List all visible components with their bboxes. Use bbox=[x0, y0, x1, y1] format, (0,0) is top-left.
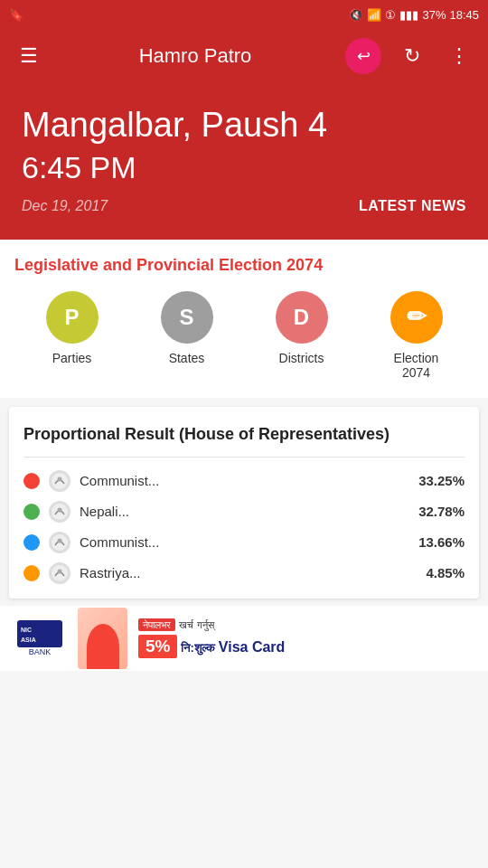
sim-icon: ① bbox=[385, 8, 396, 22]
ad-free-text: नि:शुल्क bbox=[181, 641, 214, 656]
election-section: Legislative and Provincial Election 2074… bbox=[0, 240, 488, 398]
refresh-button[interactable]: ↻ bbox=[396, 44, 428, 68]
districts-label: Districts bbox=[279, 351, 324, 365]
party-icon-2 bbox=[49, 532, 70, 553]
ad-logo: NIC ASIA BANK bbox=[13, 620, 67, 656]
result-title: Proportional Result (House of Representa… bbox=[23, 425, 465, 444]
election-title: Legislative and Provincial Election 2074 bbox=[14, 256, 474, 275]
svg-text:NIC: NIC bbox=[21, 627, 32, 633]
election-item-states[interactable]: S States bbox=[151, 291, 223, 365]
more-button[interactable]: ⋮ bbox=[443, 44, 475, 68]
result-row-2: Communist... 13.66% bbox=[23, 532, 465, 553]
parties-label: Parties bbox=[52, 351, 92, 365]
party-dot-1 bbox=[23, 504, 40, 520]
back-button[interactable]: ↩ bbox=[345, 38, 381, 74]
ad-person-image bbox=[78, 608, 127, 669]
status-bar: 🔖 🔇 📶 ① ▮▮▮ 37% 18:45 bbox=[0, 0, 488, 29]
svg-point-1 bbox=[58, 476, 62, 481]
result-row-1: Nepali... 32.78% bbox=[23, 501, 465, 523]
party-name-0: Communist... bbox=[80, 473, 409, 488]
ad-offer-suffix: खर्च गर्नुस् bbox=[179, 619, 213, 630]
result-list: Communist... 33.25% Nepali... 32.78% Com… bbox=[23, 470, 465, 584]
party-name-1: Nepali... bbox=[80, 504, 409, 519]
parties-circle: P bbox=[46, 291, 99, 344]
svg-rect-8 bbox=[17, 620, 62, 647]
ad-offer-text: 5% bbox=[138, 635, 177, 658]
party-percent-2: 13.66% bbox=[418, 534, 465, 550]
status-bar-left: 🔖 bbox=[9, 8, 23, 22]
ad-offer-prefix: नेपालभर bbox=[138, 618, 175, 631]
current-time: 6:45 PM bbox=[22, 150, 466, 185]
result-row-3: Rastriya... 4.85% bbox=[23, 562, 465, 584]
election2074-letter: ✏ bbox=[407, 303, 427, 331]
ad-logo-label: BANK bbox=[29, 647, 52, 656]
app-title: Hamro Patro bbox=[60, 44, 331, 68]
party-percent-0: 33.25% bbox=[418, 473, 465, 488]
party-icon-1 bbox=[49, 501, 70, 523]
election2074-label: Election 2074 bbox=[380, 351, 453, 380]
svg-point-7 bbox=[58, 569, 62, 573]
election-icons: P Parties S States D Districts ✏ Electio… bbox=[14, 291, 474, 380]
parties-letter: P bbox=[64, 305, 79, 330]
bookmark-icon: 🔖 bbox=[9, 8, 23, 22]
party-percent-3: 4.85% bbox=[426, 565, 465, 580]
party-icon-0 bbox=[49, 470, 70, 492]
result-row-0: Communist... 33.25% bbox=[23, 470, 465, 492]
party-icon-3 bbox=[49, 562, 70, 584]
party-dot-0 bbox=[23, 473, 40, 489]
states-label: States bbox=[169, 351, 205, 365]
battery-percent: 37% bbox=[422, 8, 446, 22]
app-bar: ☰ Hamro Patro ↩ ↻ ⋮ bbox=[0, 29, 488, 83]
party-dot-3 bbox=[23, 565, 40, 581]
hero-section: Mangalbar, Paush 4 6:45 PM Dec 19, 2017 … bbox=[0, 83, 488, 240]
ad-person-shape bbox=[87, 624, 119, 669]
election-item-parties[interactable]: P Parties bbox=[36, 291, 108, 365]
hero-bottom: Dec 19, 2017 LATEST NEWS bbox=[22, 198, 466, 214]
states-circle: S bbox=[161, 291, 213, 344]
states-letter: S bbox=[179, 305, 193, 330]
latest-news-button[interactable]: LATEST NEWS bbox=[359, 198, 466, 214]
current-date: Dec 19, 2017 bbox=[22, 198, 108, 214]
result-divider bbox=[23, 457, 465, 458]
party-dot-2 bbox=[23, 534, 40, 551]
back-icon: ↩ bbox=[357, 46, 371, 66]
clock: 18:45 bbox=[449, 8, 479, 22]
svg-point-5 bbox=[58, 538, 62, 542]
svg-point-3 bbox=[58, 507, 62, 512]
day-title: Mangalbar, Paush 4 bbox=[22, 105, 466, 146]
svg-text:ASIA: ASIA bbox=[21, 637, 36, 643]
result-card: Proportional Result (House of Representa… bbox=[9, 407, 479, 599]
party-name-3: Rastriya... bbox=[80, 565, 417, 580]
ad-text-block: नेपालभर खर्च गर्नुस् 5% नि:शुल्क Visa Ca… bbox=[138, 616, 475, 661]
status-bar-right: 🔇 📶 ① ▮▮▮ 37% 18:45 bbox=[349, 8, 479, 22]
election-item-election2074[interactable]: ✏ Election 2074 bbox=[380, 291, 453, 380]
election2074-circle: ✏ bbox=[390, 291, 443, 344]
districts-letter: D bbox=[294, 305, 309, 330]
election-item-districts[interactable]: D Districts bbox=[266, 291, 338, 365]
party-percent-1: 32.78% bbox=[418, 504, 465, 519]
wifi-icon: 📶 bbox=[367, 8, 381, 22]
ad-card-text: Visa Card bbox=[219, 639, 286, 656]
mute-icon: 🔇 bbox=[349, 8, 363, 22]
signal-icon: ▮▮▮ bbox=[399, 8, 418, 22]
party-name-2: Communist... bbox=[80, 534, 409, 550]
ad-banner[interactable]: NIC ASIA BANK नेपालभर खर्च गर्नुस् 5% नि… bbox=[0, 606, 488, 671]
menu-button[interactable]: ☰ bbox=[13, 44, 45, 68]
districts-circle: D bbox=[276, 291, 328, 344]
